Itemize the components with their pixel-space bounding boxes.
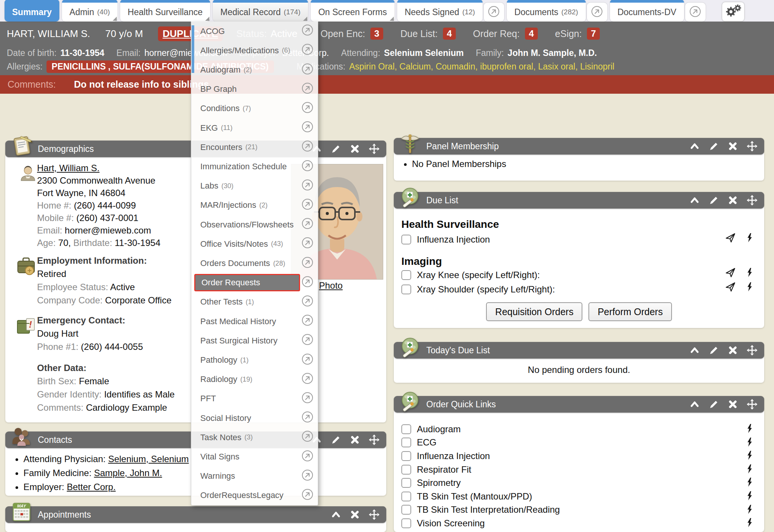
- edit-pencil-icon[interactable]: [709, 399, 719, 409]
- menu-item-warnings[interactable]: Warnings: [191, 467, 318, 486]
- quick-order-icon[interactable]: [745, 232, 754, 244]
- menu-item-order-requests[interactable]: Order Requests: [191, 273, 318, 292]
- quick-order-icon[interactable]: [745, 439, 754, 449]
- menu-open-in-new-window[interactable]: [302, 24, 313, 38]
- collapse-chevron-up-icon[interactable]: [690, 345, 700, 355]
- open-in-new-window-button[interactable]: [484, 3, 504, 22]
- menu-open-in-new-window[interactable]: [302, 102, 313, 116]
- menu-open-in-new-window[interactable]: [302, 63, 313, 77]
- tab-on-screen-forms[interactable]: On Screen Forms: [311, 0, 395, 22]
- close-x-icon[interactable]: [728, 142, 737, 151]
- menu-open-in-new-window[interactable]: [302, 334, 313, 348]
- edit-pencil-icon[interactable]: [709, 141, 719, 151]
- close-x-icon[interactable]: [350, 144, 359, 153]
- quick-link-checkbox[interactable]: [401, 492, 411, 501]
- collapse-chevron-up-icon[interactable]: [690, 399, 700, 409]
- quick-order-icon[interactable]: [745, 267, 754, 279]
- close-x-icon[interactable]: [728, 196, 737, 205]
- move-arrows-icon[interactable]: [747, 399, 757, 410]
- move-arrows-icon[interactable]: [369, 435, 379, 445]
- menu-item-task-notes[interactable]: Task Notes(3): [191, 428, 318, 447]
- menu-open-in-new-window[interactable]: [302, 469, 313, 483]
- send-order-icon[interactable]: [725, 267, 736, 280]
- edit-pencil-icon[interactable]: [331, 435, 341, 445]
- contact-link[interactable]: Sample, John M.: [94, 468, 162, 478]
- menu-open-in-new-window[interactable]: [302, 257, 313, 271]
- send-order-icon[interactable]: [725, 232, 736, 245]
- close-x-icon[interactable]: [350, 435, 359, 444]
- menu-open-in-new-window[interactable]: [302, 140, 313, 154]
- quick-order-icon[interactable]: [745, 506, 754, 517]
- menu-open-in-new-window[interactable]: [302, 198, 313, 212]
- close-x-icon[interactable]: [728, 346, 737, 355]
- close-x-icon[interactable]: [728, 400, 737, 409]
- tab-summary[interactable]: Summary: [5, 0, 59, 22]
- menu-item-acog[interactable]: ACOG: [191, 22, 318, 41]
- menu-open-in-new-window[interactable]: [302, 450, 313, 464]
- menu-open-in-new-window[interactable]: [302, 411, 313, 425]
- quick-order-icon[interactable]: [745, 452, 754, 462]
- influenza-checkbox[interactable]: [401, 235, 411, 244]
- counter-badge[interactable]: 3: [370, 28, 383, 40]
- menu-item-social-history[interactable]: Social History: [191, 408, 318, 428]
- menu-open-in-new-window[interactable]: [302, 373, 313, 387]
- menu-item-immunization-schedule[interactable]: Immunization Schedule: [191, 157, 318, 176]
- send-order-icon[interactable]: [725, 281, 736, 294]
- menu-open-in-new-window[interactable]: [302, 179, 313, 193]
- xray-shoulder-checkbox[interactable]: [401, 285, 411, 294]
- quick-order-icon[interactable]: [745, 479, 754, 489]
- menu-item-past-surgical-history[interactable]: Past Surgical History: [191, 331, 318, 350]
- quick-link-checkbox[interactable]: [401, 465, 411, 475]
- menu-item-orderrequestslegacy[interactable]: OrderRequestsLegacy: [191, 486, 318, 505]
- move-arrows-icon[interactable]: [747, 345, 757, 356]
- quick-order-icon[interactable]: [745, 520, 754, 530]
- menu-open-in-new-window[interactable]: [302, 43, 313, 57]
- move-arrows-icon[interactable]: [747, 195, 757, 206]
- menu-open-in-new-window[interactable]: [302, 237, 313, 251]
- menu-item-observations-flowsheets[interactable]: Observations/Flowsheets: [191, 215, 318, 234]
- menu-item-ekg[interactable]: EKG(11): [191, 118, 318, 138]
- menu-open-in-new-window[interactable]: [302, 160, 313, 174]
- menu-item-past-medical-history[interactable]: Past Medical History: [191, 312, 318, 331]
- medications-list[interactable]: Aspirin Oral, Calcium, Coumadin, ibuprof…: [349, 62, 615, 72]
- menu-item-allergies-medications[interactable]: Allergies/Medications(6): [191, 41, 318, 60]
- quick-link-checkbox[interactable]: [401, 451, 411, 461]
- menu-open-in-new-window[interactable]: [302, 489, 313, 503]
- move-arrows-icon[interactable]: [747, 141, 757, 152]
- menu-open-in-new-window[interactable]: [302, 430, 313, 444]
- menu-item-other-tests[interactable]: Other Tests(1): [191, 292, 318, 312]
- menu-item-office-visits-notes[interactable]: Office Visits/Notes(43): [191, 234, 318, 254]
- quick-order-icon[interactable]: [745, 425, 754, 436]
- menu-item-encounters[interactable]: Encounters(21): [191, 138, 318, 157]
- tab-health-surveillance[interactable]: Health Surveillance: [120, 0, 210, 22]
- menu-open-in-new-window[interactable]: [302, 121, 313, 135]
- edit-pencil-icon[interactable]: [709, 345, 719, 355]
- menu-scrollbar-thumb[interactable]: [192, 25, 194, 73]
- menu-item-orders-documents[interactable]: Orders Documents(28): [191, 254, 318, 273]
- quick-link-checkbox[interactable]: [401, 505, 411, 515]
- xray-knee-checkbox[interactable]: [401, 270, 411, 280]
- photo-link[interactable]: Photo: [319, 280, 343, 291]
- perform-orders-button[interactable]: Perform Orders: [588, 302, 672, 321]
- collapse-chevron-up-icon[interactable]: [690, 195, 700, 205]
- quick-order-icon[interactable]: [745, 493, 754, 503]
- menu-open-in-new-window[interactable]: [302, 314, 313, 328]
- edit-pencil-icon[interactable]: [709, 195, 719, 205]
- patient-name-link[interactable]: Hart, William S.: [37, 163, 99, 173]
- collapse-chevron-up-icon[interactable]: [331, 510, 341, 520]
- contact-link[interactable]: Selenium, Selenium: [108, 454, 189, 464]
- menu-item-vital-signs[interactable]: Vital Signs: [191, 447, 318, 466]
- requisition-orders-button[interactable]: Requisition Orders: [486, 302, 582, 321]
- menu-item-mar-injections[interactable]: MAR/Injections(2): [191, 196, 318, 215]
- menu-open-in-new-window[interactable]: [302, 82, 313, 96]
- quick-link-checkbox[interactable]: [401, 438, 411, 447]
- move-arrows-icon[interactable]: [369, 144, 379, 154]
- close-x-icon[interactable]: [350, 510, 359, 519]
- menu-item-audiogram[interactable]: Audiogram(2): [191, 60, 318, 79]
- settings-button[interactable]: [722, 2, 745, 22]
- quick-order-icon[interactable]: [745, 466, 754, 476]
- menu-open-in-new-window[interactable]: [302, 276, 313, 290]
- menu-item-conditions[interactable]: Conditions(7): [191, 99, 318, 118]
- menu-item-bp-graph[interactable]: BP Graph: [191, 80, 318, 99]
- open-in-new-window-button[interactable]: [685, 3, 706, 22]
